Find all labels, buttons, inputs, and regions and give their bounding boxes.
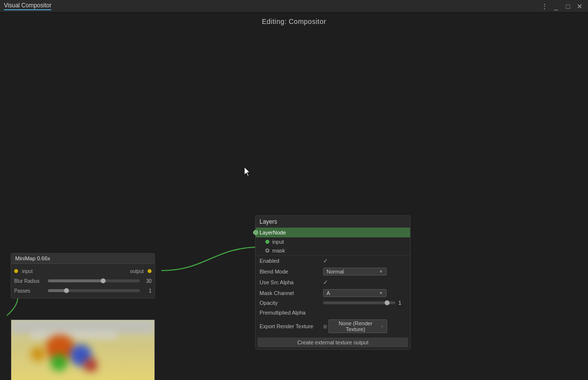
cursor [244, 167, 251, 177]
enabled-checkmark: ✓ [323, 257, 328, 264]
layers-mask-socket[interactable] [265, 249, 269, 253]
use-src-alpha-label: Use Src Alpha [260, 279, 323, 285]
minimap-header: MiniMap 0.66x [11, 253, 154, 264]
export-render-icon: ⊞ [323, 324, 327, 329]
export-render-row: Export Render Texture ⊞ None (Render Tex… [256, 318, 410, 335]
output-label: output [83, 269, 146, 274]
enabled-row: Enabled ✓ [256, 255, 410, 266]
opacity-label: Opacity [260, 300, 323, 306]
close-button[interactable]: ✕ [575, 2, 584, 11]
export-render-label: Export Render Texture [260, 323, 323, 329]
blend-mode-label: Blend Mode [260, 269, 323, 274]
layers-mask-row: mask [256, 246, 410, 255]
blur-radius-label: Blur Radius [14, 278, 46, 284]
enabled-label: Enabled [260, 258, 323, 264]
opacity-thumb [385, 300, 390, 305]
layers-input-socket[interactable] [265, 240, 269, 244]
layers-panel: Layers LayerNode input mask Enabled ✓ Bl… [255, 215, 411, 350]
layers-mask-label: mask [272, 248, 285, 253]
editing-header: Editing: Compositor [262, 18, 327, 25]
layer-node-row[interactable]: LayerNode [256, 228, 410, 237]
layers-input-label: input [272, 239, 284, 245]
layer-node-name: LayerNode [260, 230, 286, 235]
blur-radius-value: 30 [142, 278, 152, 284]
input-label: input [20, 269, 83, 274]
passes-row: Passes 1 [14, 286, 152, 295]
passes-value: 1 [142, 288, 152, 294]
output-socket[interactable] [148, 269, 152, 273]
minimap-input-row: input output [14, 267, 152, 275]
opacity-row: Opacity 1 [256, 298, 410, 307]
export-render-dropdown[interactable]: None (Render Texture) ○ [328, 319, 387, 333]
blend-mode-dropdown[interactable]: Normal ▼ [323, 268, 387, 275]
app-title: Visual Compositor [4, 2, 51, 10]
window-controls: ⋮ _ □ ✕ [540, 2, 584, 11]
premultiplied-row: Premultiplied Alpha [256, 307, 410, 318]
blur-radius-slider[interactable] [48, 279, 140, 282]
export-render-value: ⊞ None (Render Texture) ○ [323, 319, 406, 333]
create-texture-button[interactable]: Create external texture output [258, 338, 408, 347]
minimize-button[interactable]: _ [552, 2, 561, 11]
premultiplied-label: Premultiplied Alpha [260, 310, 323, 316]
use-src-alpha-value: ✓ [323, 279, 406, 286]
blend-mode-arrow: ▼ [379, 269, 383, 274]
use-src-alpha-checkmark: ✓ [323, 279, 328, 286]
layers-panel-footer: Create external texture output [256, 335, 410, 349]
minimap-node: MiniMap 0.66x input output Blur Radius 3… [11, 253, 155, 298]
passes-slider[interactable] [48, 289, 140, 292]
enabled-value: ✓ [323, 257, 406, 264]
opacity-slider[interactable] [323, 301, 395, 304]
mask-channel-dropdown[interactable]: A ▼ [323, 289, 387, 297]
opacity-value: 1 [398, 300, 406, 306]
minimap-preview [11, 319, 155, 380]
layers-input-row: input [256, 237, 410, 246]
minimap-body: input output Blur Radius 30 Passes [11, 264, 154, 298]
mask-channel-value: A ▼ [323, 289, 406, 297]
minimap-title: MiniMap 0.66x [15, 255, 50, 261]
export-render-current: None (Render Texture) [332, 320, 379, 332]
titlebar: Visual Compositor ⋮ _ □ ✕ [0, 0, 588, 13]
blend-mode-current: Normal [327, 269, 344, 274]
blend-mode-value: Normal ▼ [323, 268, 406, 275]
blend-mode-row: Blend Mode Normal ▼ [256, 266, 410, 277]
use-src-alpha-row: Use Src Alpha ✓ [256, 277, 410, 288]
mask-channel-arrow: ▼ [379, 291, 383, 296]
input-socket[interactable] [14, 269, 18, 273]
mask-channel-current: A [327, 290, 330, 296]
blur-radius-row: Blur Radius 30 [14, 276, 152, 285]
maximize-button[interactable]: □ [564, 2, 572, 11]
passes-label: Passes [14, 288, 46, 294]
canvas-area[interactable]: Editing: Compositor MiniMap 0.66x input … [0, 13, 588, 380]
layers-panel-title: Layers [256, 216, 410, 228]
mask-channel-row: Mask Channel A ▼ [256, 288, 410, 298]
export-render-arrow: ○ [381, 324, 384, 329]
more-button[interactable]: ⋮ [540, 2, 549, 11]
mask-channel-label: Mask Channel [260, 290, 323, 296]
